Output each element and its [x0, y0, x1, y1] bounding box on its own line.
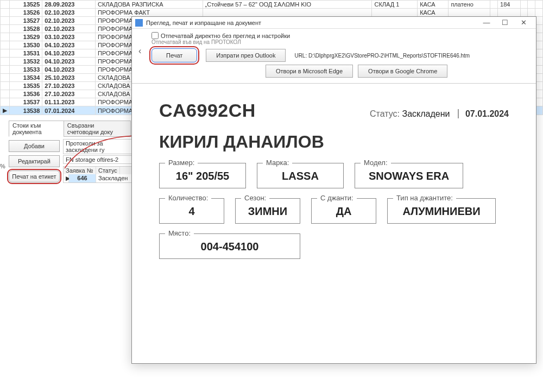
- print-button[interactable]: Печат: [151, 48, 197, 62]
- field-season: Сезон:ЗИМНИ: [235, 198, 300, 224]
- print-preview-dialog: Преглед, печат и изпращане на документ ―…: [131, 16, 536, 364]
- open-edge-button[interactable]: Отвори в Microsoft Edge: [266, 65, 353, 78]
- owner-name: КИРИЛ ДАНАИЛОВ: [159, 132, 509, 152]
- dialog-icon: [135, 19, 143, 27]
- field-qty: Количество:4: [159, 198, 224, 224]
- left-panel: Стоки към документа Свързани счетоводни …: [9, 121, 130, 183]
- print-label-button[interactable]: Печат на етикет: [9, 170, 60, 182]
- direct-print-checkbox[interactable]: Отпечатвай директно без преглед и настро…: [151, 32, 532, 39]
- tab-goods[interactable]: Стоки към документа: [9, 121, 64, 137]
- req-header: Заявка №: [64, 167, 96, 174]
- table-row[interactable]: 1352602.10.2023ПРОФОРМА ФАКТКАСА: [1, 9, 543, 17]
- dialog-titlebar[interactable]: Преглед, печат и изпращане на документ ―…: [132, 17, 536, 29]
- protocols-label: Протоколи за заскладени гу: [63, 139, 135, 154]
- field-place: Място:004-454100: [159, 233, 300, 259]
- table-row[interactable]: 1352528.09.2023СКЛАДОВА РАЗПИСКА„Стойчев…: [1, 1, 543, 9]
- req-value: 646: [69, 174, 96, 182]
- send-outlook-button[interactable]: Изпрати през Outlook: [206, 49, 286, 62]
- protocol-sublabel: Отпечатвай във вид на ПРОТОКОЛ: [151, 39, 532, 45]
- status-header: Статус: [96, 167, 120, 174]
- close-button[interactable]: ✕: [514, 17, 533, 28]
- field-rims: С джанти:ДА: [311, 198, 376, 224]
- tab-accounting[interactable]: Свързани счетоводни доку: [64, 121, 131, 137]
- dialog-toolbar: Отпечатвай директно без преглед и настро…: [132, 29, 536, 84]
- license-plate: CA6992CH: [159, 100, 256, 121]
- open-chrome-button[interactable]: Отвори в Google Chrome: [358, 65, 447, 78]
- field-rimtype: Тип на джантите:АЛУМИНИЕВИ: [387, 198, 496, 224]
- field-size: Размер:16" 205/55: [159, 163, 246, 188]
- dialog-title: Преглед, печат и изпращане на документ: [146, 20, 261, 26]
- storage-dropdown[interactable]: FN storage oftires-2: [63, 155, 135, 164]
- percent-label: %: [0, 163, 5, 169]
- add-button[interactable]: Добави: [9, 140, 60, 152]
- edit-button[interactable]: Редактирай: [9, 155, 60, 167]
- minimize-button[interactable]: ―: [477, 17, 496, 28]
- status-block: Статус: Заскладени 07.01.2024: [370, 109, 509, 119]
- field-brand: Марка:LASSA: [257, 163, 344, 188]
- request-grid[interactable]: Заявка №Статус ▶646Заскладен: [63, 166, 135, 183]
- document-preview: CA6992CH Статус: Заскладени 07.01.2024 К…: [132, 84, 536, 275]
- back-button[interactable]: ‹: [135, 44, 144, 58]
- status-value: Заскладен: [96, 174, 134, 182]
- field-model: Модел:SNOWAYS ERA: [355, 163, 463, 188]
- url-text: URL: D:\DlphprgXE2\GVStorePRO-2\HTML_Rep…: [294, 53, 470, 59]
- maximize-button[interactable]: ☐: [496, 17, 514, 28]
